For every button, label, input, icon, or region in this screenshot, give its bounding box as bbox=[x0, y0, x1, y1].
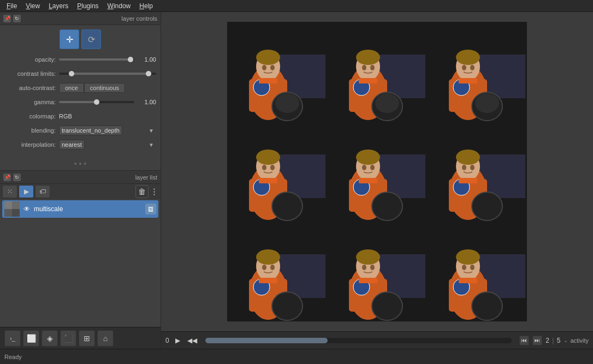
svg-point-9 bbox=[262, 65, 266, 70]
svg-point-77 bbox=[262, 265, 266, 270]
svg-point-18 bbox=[356, 50, 380, 65]
svg-point-97 bbox=[456, 249, 480, 265]
svg-point-78 bbox=[270, 265, 275, 270]
more-options-button[interactable] bbox=[150, 185, 158, 198]
grid-cell-2-2 bbox=[427, 222, 527, 321]
svg-point-44 bbox=[262, 165, 266, 170]
layer-refresh-icon[interactable]: ↻ bbox=[13, 174, 21, 181]
main-layout: 📌 ↻ layer controls ✛ ⟳ opacity: 1.00 bbox=[0, 12, 593, 349]
square-button[interactable]: ⬜ bbox=[23, 330, 39, 347]
contrast-slider[interactable] bbox=[59, 73, 156, 75]
interpolation-select[interactable]: nearest linear cubic bbox=[59, 140, 85, 150]
svg-point-10 bbox=[270, 65, 275, 70]
contrast-right-thumb[interactable] bbox=[146, 71, 151, 76]
prev-page-button[interactable]: ⏮ bbox=[519, 336, 529, 345]
svg-point-89 bbox=[370, 265, 375, 270]
opacity-slider[interactable] bbox=[59, 58, 134, 61]
svg-point-98 bbox=[472, 292, 502, 320]
image-container[interactable] bbox=[161, 12, 593, 331]
dots-expander[interactable]: • • • bbox=[0, 157, 161, 170]
interpolation-select-wrapper: nearest linear cubic ▼ bbox=[59, 140, 156, 150]
svg-point-65 bbox=[472, 192, 502, 220]
play-button[interactable]: ▶ bbox=[173, 335, 183, 346]
svg-point-43 bbox=[272, 192, 303, 220]
menu-file[interactable]: File bbox=[2, 1, 21, 11]
menu-view[interactable]: View bbox=[21, 1, 44, 11]
gamma-value: 1.00 bbox=[137, 99, 156, 105]
menubar: File View Layers Plugins Window Help bbox=[0, 0, 593, 12]
statusbar: Ready bbox=[0, 349, 593, 364]
canvas-area: 0 ▶ ◀◀ ⏮ ⏭ 2 | 5 ⌄ activity bbox=[161, 12, 593, 349]
new-shapes-button[interactable]: ▶ bbox=[19, 185, 34, 198]
next-page-button[interactable]: ⏭ bbox=[532, 336, 542, 345]
layer-thumbnail bbox=[4, 201, 20, 217]
interpolation-select-arrow: ▼ bbox=[149, 142, 154, 148]
layer-item-multiscale[interactable]: 👁 multiscale 🖼 bbox=[2, 200, 158, 218]
svg-point-64 bbox=[456, 150, 480, 165]
pin-icon[interactable]: 📌 bbox=[3, 15, 11, 22]
layer-list-header: 📌 ↻ layer list bbox=[0, 171, 161, 184]
layer-list-toolbar: ⁙ ▶ 🏷 🗑 bbox=[0, 184, 161, 199]
blending-label: blending: bbox=[4, 127, 59, 134]
svg-point-76 bbox=[272, 292, 303, 320]
svg-rect-35 bbox=[459, 78, 477, 83]
colormap-row: colormap: RGB bbox=[4, 110, 156, 122]
svg-rect-68 bbox=[459, 178, 477, 183]
blending-select-arrow: ▼ bbox=[149, 128, 154, 134]
grid-cell-2-0 bbox=[227, 222, 327, 321]
colormap-label: colormap: bbox=[4, 113, 59, 120]
new-points-button[interactable]: ⁙ bbox=[2, 185, 17, 198]
left-panel: 📌 ↻ layer controls ✛ ⟳ opacity: 1.00 bbox=[0, 12, 161, 349]
grid-button[interactable]: ⊞ bbox=[79, 330, 95, 347]
gamma-label: gamma: bbox=[4, 99, 59, 105]
activity-label[interactable]: activity bbox=[570, 337, 589, 344]
layer-visibility-toggle[interactable]: 👁 bbox=[22, 204, 32, 214]
svg-point-30 bbox=[456, 50, 480, 65]
grid-cell-0-1 bbox=[327, 22, 427, 122]
layer-list-section: 📌 ↻ layer list ⁙ ▶ 🏷 🗑 bbox=[0, 170, 161, 327]
grid-cell-0-0 bbox=[227, 22, 327, 122]
contrast-left-thumb[interactable] bbox=[69, 71, 74, 76]
progress-bar[interactable] bbox=[205, 338, 512, 343]
layer-pin-icon[interactable]: 📌 bbox=[3, 174, 11, 181]
activity-chevron[interactable]: ⌄ bbox=[564, 337, 568, 343]
svg-point-66 bbox=[462, 165, 466, 170]
rotate-button[interactable]: ⟳ bbox=[81, 29, 101, 49]
stop-button[interactable]: ◀◀ bbox=[187, 335, 198, 346]
auto-contrast-group: once continuous bbox=[59, 83, 125, 93]
refresh-icon[interactable]: ↻ bbox=[13, 15, 21, 22]
interpolation-label: interpolation: bbox=[4, 141, 59, 148]
svg-point-22 bbox=[370, 65, 375, 70]
svg-rect-11 bbox=[259, 78, 277, 83]
new-labels-button[interactable]: 🏷 bbox=[35, 185, 50, 198]
auto-contrast-continuous[interactable]: continuous bbox=[84, 83, 125, 93]
blending-select-wrapper: translucent_no_depth translucent additiv… bbox=[59, 126, 156, 135]
svg-point-45 bbox=[270, 165, 275, 170]
menu-window[interactable]: Window bbox=[103, 1, 135, 11]
progress-fill bbox=[205, 338, 328, 343]
svg-point-54 bbox=[372, 192, 402, 220]
auto-contrast-once[interactable]: once bbox=[59, 83, 84, 93]
svg-point-56 bbox=[370, 165, 375, 170]
menu-layers[interactable]: Layers bbox=[44, 1, 73, 11]
move-button[interactable]: ✛ bbox=[60, 29, 79, 49]
interpolation-control: nearest linear cubic ▼ bbox=[59, 140, 156, 150]
svg-point-34 bbox=[470, 65, 475, 70]
box-button[interactable]: ⬛ bbox=[60, 330, 76, 347]
svg-point-100 bbox=[470, 265, 475, 270]
svg-point-32 bbox=[475, 93, 499, 113]
gamma-control: 1.00 bbox=[59, 99, 156, 105]
blending-select[interactable]: translucent_no_depth translucent additiv… bbox=[59, 126, 122, 135]
menu-plugins[interactable]: Plugins bbox=[73, 1, 103, 11]
console-button[interactable]: ›_ bbox=[4, 330, 21, 347]
delete-layer-button[interactable]: 🗑 bbox=[135, 185, 149, 198]
layer-controls-body: ✛ ⟳ opacity: 1.00 contrast limits: bbox=[0, 25, 161, 157]
home-button[interactable]: ⌂ bbox=[97, 330, 114, 347]
gamma-slider[interactable] bbox=[59, 101, 134, 103]
canvas-bottom-bar: 0 ▶ ◀◀ ⏮ ⏭ 2 | 5 ⌄ activity bbox=[161, 331, 593, 349]
transform-buttons-row: ✛ ⟳ bbox=[4, 29, 156, 49]
svg-point-8 bbox=[275, 93, 299, 113]
blending-row: blending: translucent_no_depth transluce… bbox=[4, 124, 156, 136]
cube-button[interactable]: ◈ bbox=[41, 330, 58, 347]
menu-help[interactable]: Help bbox=[135, 1, 157, 11]
